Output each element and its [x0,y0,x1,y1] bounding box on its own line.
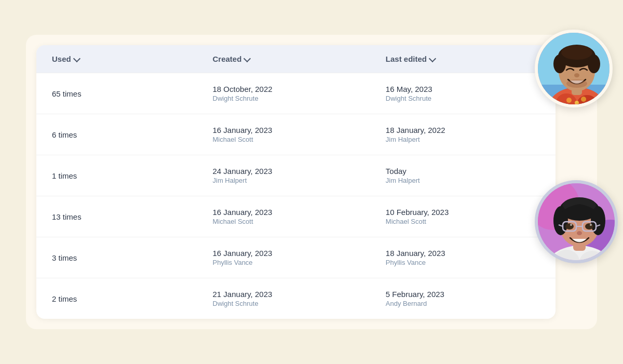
svg-point-36 [590,224,592,226]
cell-used: 65 times [36,73,197,114]
svg-point-35 [570,224,572,226]
cell-last-edited: 10 February, 2023 Michael Scott [370,196,556,237]
table-row: 6 times 16 January, 2023 Michael Scott 1… [36,114,556,155]
cell-created: 16 January, 2023 Michael Scott [197,114,370,155]
cell-used: 6 times [36,114,197,155]
data-table-wrapper: Used Created Last edited [36,45,556,319]
chevron-down-icon [430,55,438,63]
table-row: 1 times 24 January, 2023 Jim Halpert Tod… [36,155,556,196]
cell-last-edited: 5 February, 2023 Andy Bernard [370,278,556,319]
cell-used: 1 times [36,155,197,196]
cell-created: 18 October, 2022 Dwight Schrute [197,73,370,114]
svg-point-7 [581,97,586,102]
cell-used: 13 times [36,196,197,237]
avatar-2 [535,180,618,263]
svg-point-14 [574,73,579,77]
cell-created: 16 January, 2023 Phyllis Vance [197,237,370,278]
table-row: 13 times 16 January, 2023 Michael Scott … [36,196,556,237]
svg-point-33 [565,223,574,230]
svg-point-15 [566,79,587,88]
svg-point-6 [575,101,579,105]
svg-point-34 [585,223,593,230]
column-header-created[interactable]: Created [197,45,370,73]
table-header-row: Used Created Last edited [36,45,556,73]
chevron-down-icon [245,55,253,63]
data-table: Used Created Last edited [36,45,556,319]
column-header-used[interactable]: Used [36,45,197,73]
cell-last-edited: 18 January, 2023 Phyllis Vance [370,237,556,278]
column-header-last-edited[interactable]: Last edited [370,45,556,73]
table-row: 2 times 21 January, 2023 Dwight Schrute … [36,278,556,319]
cell-created: 24 January, 2023 Jim Halpert [197,155,370,196]
chevron-down-icon [74,55,83,63]
table-row: 3 times 16 January, 2023 Phyllis Vance 1… [36,237,556,278]
svg-point-12 [588,55,600,73]
table-row: 65 times 18 October, 2022 Dwight Schrute… [36,73,556,114]
main-container: Used Created Last edited [26,35,597,329]
cell-created: 16 January, 2023 Michael Scott [197,196,370,237]
svg-point-5 [566,98,572,103]
cell-used: 3 times [36,237,197,278]
svg-point-37 [577,231,582,235]
svg-point-11 [553,55,566,73]
cell-created: 21 January, 2023 Dwight Schrute [197,278,370,319]
cell-last-edited: 16 May, 2023 Dwight Schrute [370,73,556,114]
cell-last-edited: 18 January, 2022 Jim Halpert [370,114,556,155]
cell-last-edited: Today Jim Halpert [370,155,556,196]
cell-used: 2 times [36,278,197,319]
avatar-1 [535,30,613,107]
svg-point-13 [561,45,592,60]
